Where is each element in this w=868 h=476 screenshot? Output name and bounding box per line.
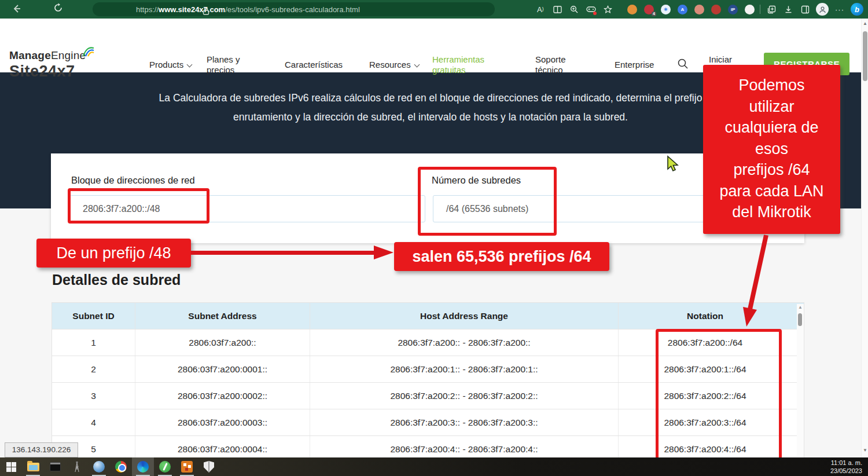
browser-toolbar: https://www.site24x7.com/es/tools/ipv6-s… <box>0 0 868 19</box>
favorites-icon[interactable] <box>602 3 613 15</box>
annotation-box-salen65536: salen 65,536 prefijos /64 <box>394 242 609 271</box>
col-header-subnet-id: Subnet ID <box>52 303 135 329</box>
taskbar: 11:01 a. m. 23/05/2023 <box>0 457 868 476</box>
site-logo[interactable]: ManageEngine Site24x7 <box>9 49 86 80</box>
bing-chat-icon[interactable]: b <box>851 3 863 16</box>
address-bar[interactable]: https://www.site24x7.com/es/tools/ipv6-s… <box>93 2 495 16</box>
logo-swirl-icon <box>81 45 96 57</box>
collections-icon[interactable] <box>766 3 777 15</box>
chevron-down-icon <box>187 62 193 68</box>
chevron-down-icon <box>414 62 420 68</box>
taskbar-clock[interactable]: 11:01 a. m. 23/05/2023 <box>830 459 862 475</box>
ext-red-plant-icon[interactable] <box>711 5 721 14</box>
col-header-host-range: Host Address Range <box>310 303 619 329</box>
scroll-down-icon[interactable]: ▼ <box>862 448 868 453</box>
more-menu-icon[interactable]: ··· <box>834 3 845 15</box>
nav-enterprise[interactable]: Enterprise <box>615 60 654 70</box>
table-cell: 4 <box>52 409 135 435</box>
download-icon[interactable] <box>782 3 794 15</box>
logo-product: Site24x7 <box>9 63 86 80</box>
table-cell: 2806:03f7:a200:0001:: <box>135 356 310 382</box>
start-button[interactable] <box>0 457 22 476</box>
annotation-arrow-down <box>730 233 782 332</box>
toolbar-divider <box>760 5 760 14</box>
clock-date: 23/05/2023 <box>830 467 862 475</box>
radio-tower-icon[interactable] <box>66 457 88 476</box>
nav-soporte-tecnico[interactable]: Soporte técnico <box>535 54 566 75</box>
browser-extensions: 4✳AiP <box>627 5 755 14</box>
url-path: /es/tools/ipv6-subredes-calculadora.html <box>225 5 360 14</box>
table-cell: 2806:3f7:a200:2:: - 2806:3f7:a200:2:: <box>310 383 619 409</box>
table-cell: 2806:03f7:a200:: <box>135 329 310 356</box>
annotation-frame-input2 <box>418 167 557 236</box>
table-cell: 2 <box>52 356 135 382</box>
table-cell: 3 <box>52 383 135 409</box>
scroll-thumb[interactable] <box>863 31 867 81</box>
refresh-icon[interactable] <box>53 3 63 13</box>
scroll-up-icon[interactable]: ▲ <box>862 21 868 26</box>
annotation-box-prefijo48: De un prefijo /48 <box>36 239 191 268</box>
logo-manage: Manage <box>9 49 51 61</box>
edge-icon[interactable] <box>132 457 154 476</box>
lock-icon <box>203 7 209 15</box>
url-scheme: https:// <box>136 5 159 14</box>
nav-resources[interactable]: Resources <box>369 60 419 70</box>
ext-red-badge-icon[interactable]: 4 <box>644 5 654 14</box>
extension-badge: 4 <box>652 12 656 16</box>
annotation-arrow-right <box>191 246 395 259</box>
table-scroll-thumb[interactable] <box>798 313 802 326</box>
ext-translate-icon[interactable]: A <box>678 5 687 14</box>
mouse-cursor <box>665 155 681 173</box>
back-icon[interactable] <box>12 3 22 14</box>
url-host: www.site24x7.com <box>159 5 225 14</box>
winbox-icon[interactable] <box>154 457 176 476</box>
table-scroll-up-icon[interactable]: ▲ <box>797 304 804 311</box>
page-scrollbar[interactable]: ▲ ▼ <box>861 19 868 457</box>
table-cell: 1 <box>52 329 135 356</box>
profile-avatar[interactable] <box>816 3 829 16</box>
globe-sphere-icon[interactable] <box>88 457 110 476</box>
edge-sidebar-icon[interactable] <box>799 3 811 15</box>
zoom-in-icon[interactable] <box>568 3 580 15</box>
table-cell: 2806:3f7:a200:3:: - 2806:3f7:a200:3:: <box>310 409 619 435</box>
ext-snowflake-icon[interactable]: ✳ <box>661 5 671 14</box>
nav-search-icon[interactable] <box>677 58 689 72</box>
field1-label: Bloque de direcciones de red <box>71 175 195 186</box>
table-scrollbar[interactable]: ▲ <box>797 304 804 456</box>
nav-herramientas-gratuitas[interactable]: Herramientas gratuitas <box>432 54 484 75</box>
nav-products[interactable]: Products <box>149 60 192 70</box>
table-cell: 2806:3f7:a200:: - 2806:3f7:a200:: <box>310 329 619 356</box>
chrome-icon[interactable] <box>110 457 132 476</box>
read-aloud-icon[interactable]: A⟩ <box>535 3 546 15</box>
reading-mode-icon[interactable] <box>551 3 563 15</box>
ip-tooltip: 136.143.190.226 <box>5 442 78 457</box>
ext-orange-icon[interactable] <box>627 5 637 14</box>
terminal-icon[interactable] <box>44 457 66 476</box>
table-header-row: Subnet ID Subnet Address Host Address Ra… <box>52 303 804 329</box>
ext-persona-glasses-icon[interactable] <box>694 5 704 14</box>
annotation-frame-notation-column <box>656 329 782 470</box>
nav-caracteristicas[interactable]: Características <box>285 60 343 70</box>
ext-ip-icon[interactable]: iP <box>728 5 738 14</box>
ext-white-icon[interactable] <box>745 5 755 14</box>
defender-shield-icon[interactable] <box>198 457 220 476</box>
table-cell: 2806:3f7:a200:1:: - 2806:3f7:a200:1:: <box>310 356 619 382</box>
file-explorer-icon[interactable] <box>22 457 44 476</box>
annotation-frame-input1 <box>68 188 209 224</box>
table-cell: 2806:03f7:a200:0003:: <box>135 409 310 435</box>
section-title: Detalles de subred <box>52 272 181 288</box>
annotation-box-podemos: Podemos utilizar cualquiera de esos pref… <box>703 65 840 234</box>
col-header-subnet-address: Subnet Address <box>135 303 310 329</box>
screen: https://www.site24x7.com/es/tools/ipv6-s… <box>0 0 868 476</box>
clock-time: 11:01 a. m. <box>830 459 862 467</box>
the-dude-icon[interactable] <box>176 457 198 476</box>
nav-planes-precios[interactable]: Planes y precios <box>207 54 240 75</box>
table-cell: 2806:03f7:a200:0002:: <box>135 383 310 409</box>
gamepad-icon[interactable] <box>585 3 597 15</box>
